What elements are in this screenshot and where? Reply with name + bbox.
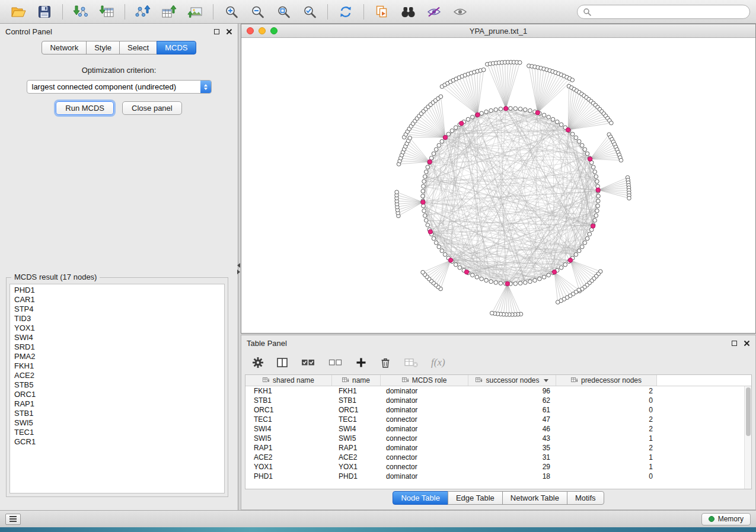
close-panel-icon[interactable] bbox=[226, 28, 232, 35]
mcds-result-item[interactable]: PMA2 bbox=[10, 352, 224, 361]
mcds-result-item[interactable]: GCR1 bbox=[10, 437, 224, 447]
destroy-table-button[interactable] bbox=[404, 357, 419, 368]
table-scrollbar[interactable] bbox=[744, 386, 751, 489]
find-button[interactable] bbox=[395, 2, 420, 21]
mcds-result-item[interactable]: STP4 bbox=[10, 305, 224, 314]
table-row[interactable]: SWI5SWI5connector431 bbox=[245, 434, 751, 443]
show-columns-button[interactable] bbox=[276, 357, 288, 368]
mcds-result-item[interactable]: SWI4 bbox=[10, 333, 224, 342]
mcds-result-item[interactable]: ACE2 bbox=[10, 371, 224, 380]
float-panel-icon[interactable] bbox=[214, 29, 219, 34]
mcds-result-item[interactable]: ORC1 bbox=[10, 390, 224, 399]
tab-node-table[interactable]: Node Table bbox=[393, 491, 448, 505]
table-settings-button[interactable] bbox=[252, 357, 264, 368]
table-row[interactable]: SWI4SWI4dominator462 bbox=[245, 424, 751, 434]
table-cell: connector bbox=[381, 453, 468, 462]
memory-button[interactable]: Memory bbox=[701, 513, 751, 525]
mcds-result-item[interactable]: YOX1 bbox=[10, 323, 224, 333]
maximize-window-icon[interactable] bbox=[270, 27, 277, 34]
table-cell: STB1 bbox=[245, 396, 332, 405]
column-header-filler bbox=[657, 375, 751, 386]
table-toolbar: f(x) bbox=[241, 351, 755, 374]
collapse-right-icon[interactable] bbox=[237, 270, 240, 274]
mcds-result-item[interactable]: PHD1 bbox=[10, 286, 224, 295]
mcds-result-item[interactable]: TID3 bbox=[10, 314, 224, 323]
close-table-panel-icon[interactable] bbox=[744, 340, 750, 347]
minimize-window-icon[interactable] bbox=[259, 27, 266, 34]
table-row[interactable]: YOX1YOX1connector291 bbox=[245, 462, 751, 472]
open-file-button[interactable] bbox=[6, 2, 31, 21]
export-image-button[interactable] bbox=[183, 2, 208, 21]
table-row[interactable]: FKH1FKH1dominator962 bbox=[245, 386, 751, 396]
column-header-mcds-role[interactable]: MCDS role bbox=[381, 375, 468, 386]
main-toolbar bbox=[0, 0, 756, 24]
refresh-button[interactable] bbox=[333, 2, 358, 21]
status-menu-button[interactable] bbox=[5, 514, 21, 525]
desktop-background-strip bbox=[0, 527, 756, 532]
column-header-predecessor-nodes[interactable]: predecessor nodes bbox=[556, 375, 657, 386]
zoom-selected-button[interactable] bbox=[297, 2, 322, 21]
search-box[interactable] bbox=[577, 5, 750, 19]
tab-style[interactable]: Style bbox=[86, 41, 120, 55]
float-table-panel-icon[interactable] bbox=[732, 341, 737, 346]
function-builder-button[interactable]: f(x) bbox=[431, 357, 445, 368]
mcds-result-item[interactable]: STB1 bbox=[10, 409, 224, 418]
tab-motifs[interactable]: Motifs bbox=[567, 491, 604, 505]
column-header-shared-name[interactable]: shared name bbox=[245, 375, 332, 386]
tab-select[interactable]: Select bbox=[119, 41, 157, 55]
table-row[interactable]: RAP1RAP1dominator352 bbox=[245, 443, 751, 453]
mcds-result-list[interactable]: PHD1CAR1STP4TID3YOX1SWI4SRD1PMA2FKH1ACE2… bbox=[9, 284, 225, 493]
import-network-button[interactable] bbox=[68, 2, 93, 21]
mcds-result-item[interactable]: RAP1 bbox=[10, 399, 224, 409]
hide-selected-button[interactable] bbox=[422, 2, 446, 21]
run-mcds-button[interactable]: Run MCDS bbox=[56, 101, 114, 115]
mcds-result-item[interactable]: SWI5 bbox=[10, 418, 224, 428]
zoom-fit-button[interactable] bbox=[271, 2, 296, 21]
network-graph[interactable] bbox=[241, 38, 755, 333]
tab-network[interactable]: Network bbox=[42, 41, 87, 55]
mcds-result-item[interactable]: SRD1 bbox=[10, 342, 224, 352]
add-row-button[interactable] bbox=[355, 357, 367, 368]
collapse-left-icon[interactable] bbox=[237, 263, 240, 268]
export-table-button[interactable] bbox=[157, 2, 181, 21]
mcds-result-item[interactable]: STB5 bbox=[10, 380, 224, 390]
tab-edge-table[interactable]: Edge Table bbox=[448, 491, 503, 505]
table-cell: TEC1 bbox=[245, 415, 332, 424]
table-row[interactable]: ACE2ACE2connector311 bbox=[245, 453, 751, 462]
splitter-collapse-icons[interactable] bbox=[237, 263, 240, 274]
tab-mcds[interactable]: MCDS bbox=[157, 41, 196, 55]
scrollbar-thumb[interactable] bbox=[746, 387, 751, 436]
table-cell: ORC1 bbox=[245, 406, 332, 414]
deselect-all-button[interactable] bbox=[328, 357, 343, 368]
zoom-in-button[interactable] bbox=[219, 2, 244, 21]
table-row[interactable]: STB1STB1dominator620 bbox=[245, 396, 751, 405]
delete-row-button[interactable] bbox=[379, 357, 391, 368]
mcds-result-item[interactable]: FKH1 bbox=[10, 361, 224, 371]
close-panel-button[interactable]: Close panel bbox=[122, 101, 182, 115]
save-session-button[interactable] bbox=[32, 2, 57, 21]
network-canvas[interactable] bbox=[241, 38, 755, 333]
select-all-button[interactable] bbox=[301, 357, 315, 368]
export-image-icon bbox=[187, 5, 203, 19]
network-window-titlebar[interactable]: YPA_prune.txt_1 bbox=[241, 24, 755, 38]
table-row[interactable]: ORC1ORC1dominator610 bbox=[245, 405, 751, 415]
table-cell: 43 bbox=[468, 434, 556, 443]
mcds-result-item[interactable]: CAR1 bbox=[10, 295, 224, 305]
close-window-icon[interactable] bbox=[247, 27, 254, 34]
tab-network-table[interactable]: Network Table bbox=[502, 491, 567, 505]
import-table-button[interactable] bbox=[94, 2, 119, 21]
zoom-out-button[interactable] bbox=[245, 2, 270, 21]
table-row[interactable]: PHD1PHD1dominator180 bbox=[245, 472, 751, 481]
criterion-dropdown[interactable]: largest connected component (undirected) bbox=[27, 80, 212, 94]
mcds-result-item[interactable]: TEC1 bbox=[10, 428, 224, 437]
search-input[interactable] bbox=[595, 7, 744, 16]
table-row[interactable]: TEC1TEC1connector472 bbox=[245, 415, 751, 424]
import-network-icon bbox=[73, 5, 88, 19]
export-network-button[interactable] bbox=[130, 2, 155, 21]
column-header-name[interactable]: name bbox=[332, 375, 381, 386]
column-header-successor-nodes[interactable]: successor nodes bbox=[468, 375, 556, 386]
clone-network-button[interactable] bbox=[369, 2, 394, 21]
memory-status-icon bbox=[709, 516, 714, 522]
table-cell: SWI5 bbox=[332, 434, 381, 443]
show-all-button[interactable] bbox=[448, 2, 473, 21]
